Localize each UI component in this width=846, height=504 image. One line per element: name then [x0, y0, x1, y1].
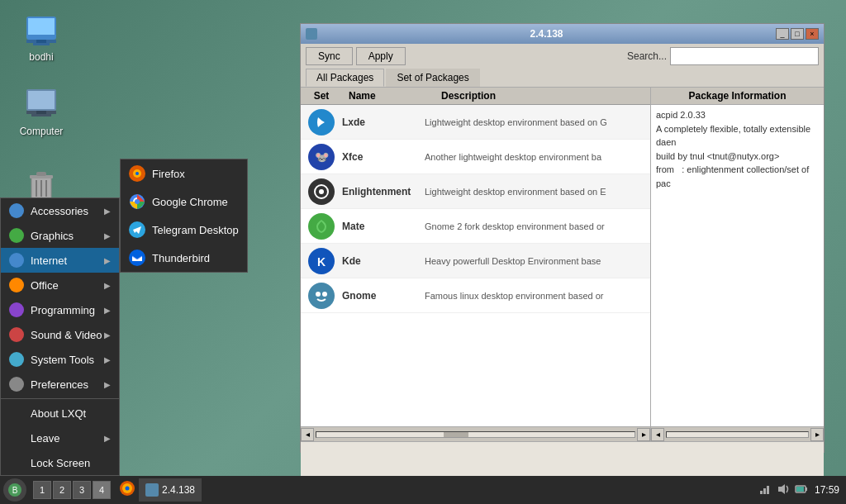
start-button[interactable]: B [3, 478, 26, 502]
info-hscroll-left[interactable]: ◂ [651, 428, 664, 441]
leave-arrow: ▶ [104, 434, 111, 443]
menu-item-office[interactable]: Office ▶ [1, 273, 119, 297]
pkg-tabs: All Packages Set of Packages [301, 69, 824, 88]
submenu-thunderbird[interactable]: Thunderbird [121, 244, 247, 272]
hscroll-track[interactable] [316, 431, 635, 438]
col-header-set: Set [301, 90, 342, 102]
svg-text:B: B [12, 486, 18, 495]
pkg-content: Set Name Description [301, 88, 824, 441]
pkg-row-enlightenment[interactable]: Enlightenment Lightweight desktop enviro… [301, 174, 650, 209]
lock-screen-label: Lock Screen [31, 457, 90, 469]
tab-all-packages[interactable]: All Packages [306, 69, 384, 87]
lxde-icon-cell [301, 109, 342, 136]
svg-rect-47 [796, 487, 804, 492]
menu-item-system-tools[interactable]: System Tools ▶ [1, 347, 119, 372]
mate-name: Mate [342, 221, 425, 232]
thunderbird-icon [129, 250, 145, 266]
pkg-list-area: Set Name Description [301, 88, 650, 441]
svg-point-33 [135, 199, 140, 204]
pkg-row-xfce[interactable]: 🐭 Xfce Another lightweight desktop envir… [301, 140, 650, 174]
about-lxqt-label: About LXQt [31, 407, 86, 420]
sound-video-icon [9, 327, 24, 342]
pkg-toolbar: Sync Apply Search... [301, 44, 824, 69]
menu-item-graphics[interactable]: Graphics ▶ [1, 223, 119, 248]
gnome-name: Gnome [342, 290, 425, 302]
accessories-label: Accessories [31, 205, 88, 217]
menu-item-about-lxqt[interactable]: About LXQt [1, 401, 119, 426]
desktop-icon-bodhi[interactable]: bodhi [12, 8, 70, 63]
maximize-button[interactable]: □ [791, 28, 804, 40]
svg-rect-12 [36, 172, 46, 176]
submenu-telegram[interactable]: Telegram Desktop [121, 216, 247, 244]
enlightenment-icon-cell [301, 178, 342, 205]
leave-icon [9, 430, 24, 445]
gnome-icon [308, 283, 335, 309]
pkg-row-kde[interactable]: K Kde Heavy powerfull Desktop Environmen… [301, 244, 650, 278]
xfce-icon: 🐭 [308, 144, 335, 170]
systray-volume-icon [777, 483, 790, 498]
pkg-row-lxde[interactable]: Lxde Lightweight desktop environment bas… [301, 105, 650, 140]
menu-item-programming[interactable]: Programming ▶ [1, 297, 119, 322]
search-label: Search... [627, 50, 667, 62]
leave-label: Leave [31, 432, 59, 445]
menu-item-accessories[interactable]: Accessories ▶ [1, 198, 119, 223]
menu-item-lock-screen[interactable]: Lock Screen [1, 450, 119, 475]
google-chrome-icon [129, 193, 145, 210]
window-controls: _ □ × [776, 28, 819, 40]
hscroll-left[interactable]: ◂ [301, 428, 314, 441]
accessories-icon [9, 203, 24, 218]
taskbar-app-label: 2.4.138 [162, 484, 195, 496]
submenu-firefox[interactable]: Firefox [121, 159, 247, 188]
accessories-arrow: ▶ [104, 207, 111, 216]
telegram-label: Telegram Desktop [152, 224, 239, 236]
pager-btn-2[interactable]: 2 [53, 481, 71, 499]
pkg-info-content: acpid 2.0.33 A completely flexible, tota… [651, 105, 824, 426]
menu-item-internet[interactable]: Internet ▶ Firefox [1, 248, 119, 273]
desktop-icon-computer[interactable]: Computer [12, 83, 70, 137]
system-tools-arrow: ▶ [104, 355, 111, 364]
menu-separator [1, 398, 119, 399]
search-input[interactable] [670, 47, 819, 65]
systray-network-icon [758, 483, 772, 498]
kde-name: Kde [342, 255, 425, 267]
submenu-google-chrome[interactable]: Google Chrome [121, 188, 247, 216]
tab-set-of-packages[interactable]: Set of Packages [386, 69, 479, 87]
firefox-icon [129, 165, 145, 182]
xfce-name: Xfce [342, 151, 425, 163]
menu-item-preferences[interactable]: Preferences ▶ [1, 372, 119, 397]
minimize-button[interactable]: _ [776, 28, 789, 40]
svg-rect-1 [28, 18, 55, 35]
graphics-arrow: ▶ [104, 231, 111, 240]
programming-icon [9, 302, 24, 317]
sound-video-arrow: ▶ [104, 330, 111, 340]
enlightenment-name: Enlightenment [342, 186, 425, 197]
pkg-row-gnome[interactable]: Gnome Famous linux desktop environment b… [301, 278, 650, 313]
office-arrow: ▶ [104, 281, 111, 290]
systray-battery-icon [795, 483, 808, 498]
gnome-icon-cell [301, 283, 342, 309]
pager-btn-4[interactable]: 4 [93, 481, 111, 499]
svg-text:K: K [317, 255, 326, 269]
sync-button[interactable]: Sync [306, 47, 353, 65]
pkg-info-title: Package Information [651, 88, 824, 105]
svg-point-25 [311, 285, 332, 307]
svg-rect-3 [36, 40, 46, 43]
sound-video-label: Sound & Video [31, 329, 102, 341]
info-hscroll-right[interactable]: ▸ [810, 428, 824, 441]
pkg-info-area: Package Information acpid 2.0.33 A compl… [650, 88, 824, 441]
hscroll-right[interactable]: ▸ [637, 428, 650, 441]
pkg-row-mate[interactable]: Mate Gnome 2 fork desktop environment ba… [301, 209, 650, 244]
pager-btn-1[interactable]: 1 [33, 481, 51, 499]
apply-button[interactable]: Apply [356, 47, 406, 65]
window-title-icon [306, 28, 317, 40]
taskbar-app-pkgmgr[interactable]: 2.4.138 [139, 478, 202, 502]
info-hscroll-track[interactable] [666, 431, 809, 438]
svg-rect-8 [36, 111, 46, 114]
pager-btn-3[interactable]: 3 [73, 481, 91, 499]
menu-item-leave[interactable]: Leave ▶ [1, 426, 119, 450]
graphics-icon [9, 228, 24, 243]
internet-arrow: ▶ [104, 256, 111, 265]
menu-item-sound-video[interactable]: Sound & Video ▶ [1, 322, 119, 347]
svg-point-30 [135, 172, 139, 175]
close-button[interactable]: × [806, 28, 819, 40]
